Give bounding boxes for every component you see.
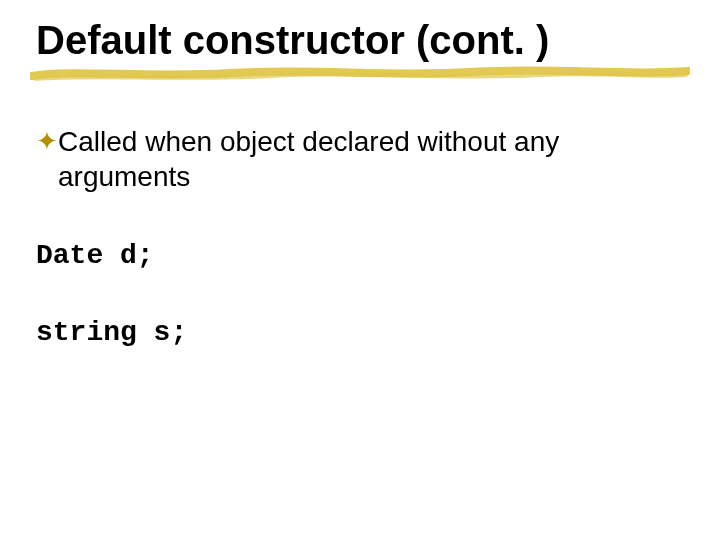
slide-body: ✦ Called when object declared without an…	[36, 124, 684, 348]
decorative-bullet-icon: ✦	[36, 126, 58, 156]
bullet-item: ✦ Called when object declared without an…	[36, 124, 684, 194]
code-line-1: Date d;	[36, 240, 684, 271]
bullet-text: Called when object declared without any …	[58, 124, 684, 194]
slide: Default constructor (cont. ) ✦ Called wh…	[0, 0, 720, 540]
code-line-2: string s;	[36, 317, 684, 348]
slide-title: Default constructor (cont. )	[36, 18, 684, 90]
title-area: Default constructor (cont. )	[36, 18, 684, 90]
